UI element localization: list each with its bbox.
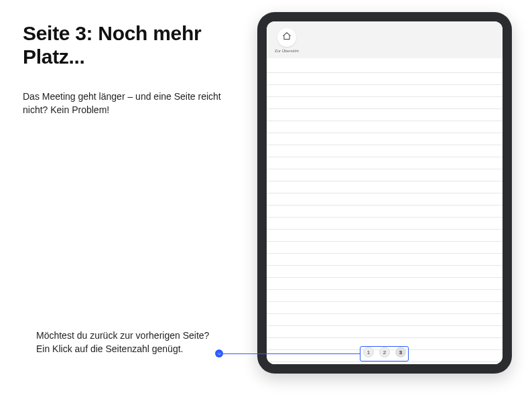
marketing-subhead: Das Meeting geht länger – und eine Seite… (23, 90, 224, 117)
app-header: Zur Übersicht (267, 21, 503, 58)
page-chip-2[interactable]: 2 (379, 347, 390, 357)
callout-pointer-icon (215, 349, 223, 357)
page-navigator: 1 2 3 (267, 344, 503, 360)
page-chip-3[interactable]: 3 (395, 347, 406, 357)
marketing-tip: Möchtest du zurück zur vorherigen Seite?… (36, 329, 210, 356)
home-icon (282, 31, 291, 44)
home-button[interactable] (277, 28, 296, 47)
tablet-frame: Zur Übersicht 1 2 3 (257, 12, 512, 374)
page-chip-1[interactable]: 1 (363, 347, 374, 357)
marketing-headline: Seite 3: Noch mehr Platz... (23, 21, 230, 69)
note-page-lined[interactable]: 1 2 3 (267, 58, 503, 364)
tablet-screen: Zur Übersicht 1 2 3 (267, 21, 503, 364)
home-button-label: Zur Übersicht (275, 49, 299, 53)
